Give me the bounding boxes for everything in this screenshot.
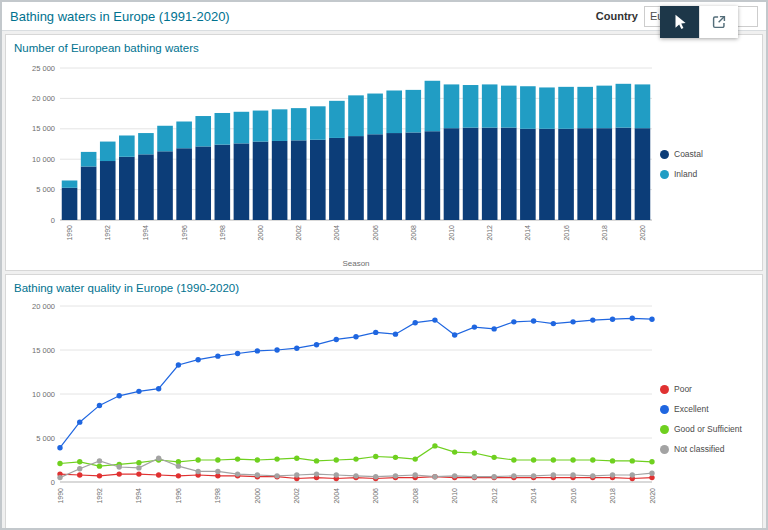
dashboard: Bathing waters in Europe (1991-2020) Cou… — [0, 0, 768, 530]
svg-text:1996: 1996 — [181, 225, 188, 241]
country-label: Country — [596, 10, 638, 22]
line-chart-row: 05 00010 00015 00020 0001990199219941996… — [12, 298, 756, 530]
legend-label: Not classified — [674, 444, 725, 454]
legend-item[interactable]: Inland — [660, 169, 756, 179]
svg-text:15 000: 15 000 — [32, 346, 55, 355]
svg-text:2018: 2018 — [601, 225, 608, 241]
svg-text:5 000: 5 000 — [36, 185, 55, 194]
legend-item[interactable]: Good or Sufficient — [660, 424, 756, 434]
svg-text:20 000: 20 000 — [32, 302, 55, 311]
header: Bathing waters in Europe (1991-2020) Cou… — [2, 2, 766, 31]
bar-chart-title: Number of European bathing waters — [12, 40, 756, 58]
svg-text:2002: 2002 — [295, 225, 302, 241]
bar-chart-panel: Number of European bathing waters 05 000… — [5, 34, 763, 271]
svg-text:2016: 2016 — [563, 225, 570, 241]
svg-text:2006: 2006 — [372, 488, 379, 504]
svg-text:5 000: 5 000 — [36, 434, 55, 443]
bar-chart-legend: CoastalInland — [660, 144, 756, 184]
svg-text:2016: 2016 — [570, 488, 577, 504]
legend-label: Inland — [674, 169, 697, 179]
svg-text:1996: 1996 — [175, 488, 182, 504]
legend-item[interactable]: Coastal — [660, 149, 756, 159]
svg-text:Season: Season — [342, 259, 369, 268]
legend-dot — [660, 170, 669, 179]
svg-text:0: 0 — [51, 216, 55, 225]
legend-dot — [660, 425, 669, 434]
svg-text:10 000: 10 000 — [32, 390, 55, 399]
map-toolbar — [660, 6, 738, 38]
svg-text:1990: 1990 — [66, 225, 73, 241]
svg-text:2006: 2006 — [372, 225, 379, 241]
line-chart-panel: Bathing water quality in Europe (1990-20… — [5, 274, 763, 530]
svg-text:25 000: 25 000 — [32, 64, 55, 73]
svg-text:15 000: 15 000 — [32, 124, 55, 133]
svg-text:20 000: 20 000 — [32, 94, 55, 103]
legend-label: Poor — [674, 384, 692, 394]
svg-text:2008: 2008 — [410, 225, 417, 241]
svg-text:1994: 1994 — [135, 488, 142, 504]
line-chart-legend: PoorExcellentGood or SufficientNot class… — [660, 379, 756, 459]
page-title: Bathing waters in Europe (1991-2020) — [10, 9, 230, 24]
bar-chart-row: 05 00010 00015 00020 00025 0001990199219… — [12, 58, 756, 270]
svg-text:2004: 2004 — [333, 225, 340, 241]
svg-text:2020: 2020 — [639, 225, 646, 241]
svg-text:1990: 1990 — [57, 488, 64, 504]
svg-text:2020: 2020 — [649, 488, 656, 504]
legend-dot — [660, 405, 669, 414]
svg-text:1998: 1998 — [219, 225, 226, 241]
legend-dot — [660, 445, 669, 454]
cursor-arrow-icon — [671, 13, 689, 31]
svg-text:2014: 2014 — [524, 225, 531, 241]
svg-text:2014: 2014 — [530, 488, 537, 504]
svg-text:2010: 2010 — [448, 225, 455, 241]
svg-text:2002: 2002 — [293, 488, 300, 504]
svg-text:2008: 2008 — [412, 488, 419, 504]
export-icon — [710, 13, 728, 31]
svg-text:2012: 2012 — [491, 488, 498, 504]
svg-text:2012: 2012 — [486, 225, 493, 241]
export-button[interactable] — [699, 6, 738, 38]
svg-text:10 000: 10 000 — [32, 155, 55, 164]
legend-label: Coastal — [674, 149, 703, 159]
svg-text:1994: 1994 — [142, 225, 149, 241]
svg-text:2004: 2004 — [333, 488, 340, 504]
svg-text:2018: 2018 — [609, 488, 616, 504]
legend-label: Excellent — [674, 404, 709, 414]
svg-text:2000: 2000 — [257, 225, 264, 241]
legend-dot — [660, 385, 669, 394]
pointer-tool-button[interactable] — [660, 6, 699, 38]
line-chart-title: Bathing water quality in Europe (1990-20… — [12, 280, 756, 298]
svg-text:1998: 1998 — [214, 488, 221, 504]
legend-dot — [660, 150, 669, 159]
legend-item[interactable]: Not classified — [660, 444, 756, 454]
svg-text:2000: 2000 — [254, 488, 261, 504]
legend-item[interactable]: Poor — [660, 384, 756, 394]
svg-text:1992: 1992 — [96, 488, 103, 504]
legend-item[interactable]: Excellent — [660, 404, 756, 414]
svg-text:2010: 2010 — [451, 488, 458, 504]
line-chart: 05 00010 00015 00020 0001990199219941996… — [12, 298, 660, 530]
legend-label: Good or Sufficient — [674, 424, 742, 434]
bar-chart: 05 00010 00015 00020 00025 0001990199219… — [12, 58, 660, 270]
svg-text:0: 0 — [51, 478, 55, 487]
svg-text:1992: 1992 — [104, 225, 111, 241]
